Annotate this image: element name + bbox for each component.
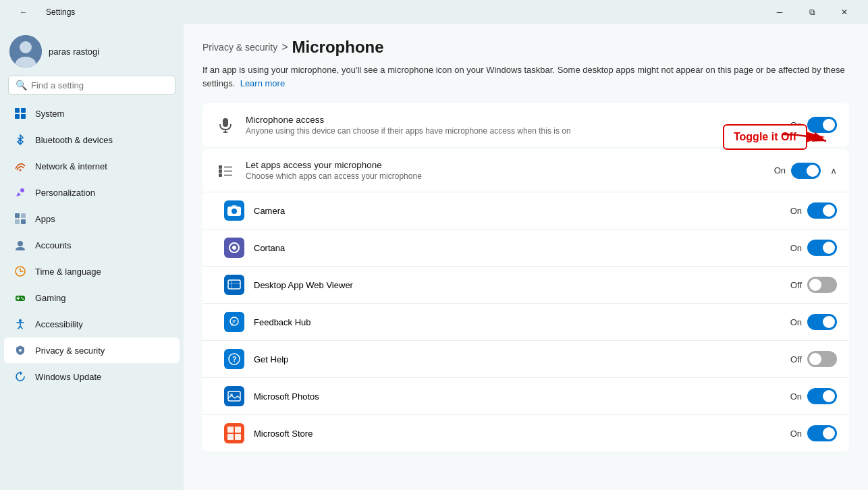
- svg-rect-12: [21, 219, 26, 224]
- app-status: Off: [790, 280, 802, 290]
- time-icon: [13, 265, 27, 278]
- search-input[interactable]: [31, 80, 168, 90]
- sidebar-item-network[interactable]: Network & internet: [4, 153, 180, 179]
- app-toggle[interactable]: [807, 388, 837, 404]
- app-toggle[interactable]: [807, 351, 837, 367]
- gaming-icon: [13, 291, 27, 304]
- app-control: On: [790, 240, 837, 256]
- sidebar-item-bluetooth[interactable]: Bluetooth & devices: [4, 127, 180, 153]
- app-icon: [224, 386, 244, 406]
- sidebar-item-system[interactable]: System: [4, 101, 180, 126]
- svg-point-17: [22, 298, 24, 300]
- app-row: Desktop App Web ViewerOff: [202, 267, 849, 304]
- network-icon: [13, 159, 27, 173]
- system-icon: [13, 107, 27, 120]
- minimize-button[interactable]: ─: [764, 2, 795, 22]
- let-apps-title: Let apps access your microphone: [246, 160, 774, 170]
- svg-rect-41: [227, 427, 234, 433]
- back-button[interactable]: ←: [8, 2, 39, 22]
- svg-point-16: [21, 297, 22, 298]
- main-content: Privacy & security > Microphone If an ap…: [184, 24, 868, 490]
- accounts-icon: [13, 238, 27, 252]
- svg-point-19: [19, 349, 22, 352]
- search-box[interactable]: 🔍: [8, 76, 175, 94]
- svg-rect-9: [15, 213, 20, 218]
- app-toggle[interactable]: [807, 240, 837, 256]
- app-list: CameraOnCortanaOnDesktop App Web ViewerO…: [202, 192, 849, 452]
- sidebar-item-accounts[interactable]: Accounts: [4, 232, 180, 258]
- app-row: ?Get HelpOff: [202, 341, 849, 378]
- app-name: Cortana: [254, 243, 790, 253]
- app-icon: [224, 423, 244, 443]
- svg-rect-42: [235, 427, 241, 433]
- mic-access-desc: Anyone using this device can choose if t…: [246, 126, 790, 136]
- app-toggle[interactable]: [807, 202, 837, 219]
- title-bar: ← Settings ─ ⧉ ✕: [0, 0, 868, 24]
- privacy-icon: [13, 344, 27, 357]
- sidebar: paras rastogi 🔍 System: [0, 24, 184, 490]
- svg-point-34: [232, 246, 236, 250]
- mic-access-card: Microphone access Anyone using this devi…: [202, 103, 849, 146]
- app-row: Feedback HubOn: [202, 304, 849, 341]
- app-icon: [224, 275, 244, 295]
- app-status: On: [790, 243, 802, 253]
- svg-point-1: [20, 41, 32, 53]
- update-icon: [13, 370, 27, 383]
- breadcrumb-parent[interactable]: Privacy & security: [202, 42, 277, 53]
- svg-point-31: [232, 209, 237, 214]
- app-control: Off: [790, 277, 837, 293]
- svg-rect-5: [15, 114, 20, 119]
- maximize-button[interactable]: ⧉: [796, 2, 828, 22]
- svg-rect-4: [21, 108, 26, 113]
- app-control: On: [790, 425, 837, 441]
- let-apps-toggle[interactable]: [791, 163, 821, 179]
- app-toggle[interactable]: [807, 277, 837, 293]
- svg-rect-44: [235, 434, 241, 440]
- app-toggle[interactable]: [807, 425, 837, 441]
- app-row: CameraOn: [202, 192, 849, 229]
- svg-rect-43: [227, 434, 234, 440]
- app-icon: [224, 238, 244, 258]
- svg-text:?: ?: [232, 355, 237, 363]
- svg-rect-24: [219, 165, 222, 169]
- app-status: Off: [790, 354, 802, 364]
- apps-icon: [13, 212, 27, 225]
- sidebar-item-update[interactable]: Windows Update: [4, 364, 180, 389]
- app-status: On: [790, 206, 802, 216]
- sidebar-item-label: Accessibility: [35, 319, 83, 329]
- sidebar-item-personalization[interactable]: Personalization: [4, 180, 180, 205]
- accessibility-icon: [13, 317, 27, 331]
- sidebar-item-label: Time & language: [35, 267, 101, 277]
- sidebar-item-label: Personalization: [35, 188, 95, 198]
- mic-access-title: Microphone access: [246, 115, 790, 125]
- sidebar-item-label: Accounts: [35, 240, 71, 250]
- svg-rect-25: [219, 169, 222, 173]
- sidebar-item-label: Bluetooth & devices: [35, 135, 113, 145]
- app-control: On: [790, 202, 837, 219]
- app-icon: ?: [224, 349, 244, 369]
- app-status: On: [790, 429, 802, 439]
- mic-icon: [215, 114, 236, 136]
- learn-more-link[interactable]: Learn more: [240, 78, 285, 88]
- app-row: Microsoft StoreOn: [202, 415, 849, 452]
- app-name: Get Help: [254, 354, 790, 364]
- bluetooth-icon: [13, 133, 27, 146]
- user-profile[interactable]: paras rastogi: [0, 24, 184, 76]
- page-description: If an app is using your microphone, you'…: [202, 63, 849, 90]
- collapse-icon[interactable]: ∧: [830, 165, 837, 176]
- sidebar-item-time[interactable]: Time & language: [4, 258, 180, 284]
- apps-list-icon: [215, 160, 236, 182]
- svg-point-36: [230, 317, 238, 325]
- app-name: Feedback Hub: [254, 317, 790, 327]
- svg-point-13: [18, 241, 23, 246]
- sidebar-item-accessibility[interactable]: Accessibility: [4, 311, 180, 337]
- sidebar-item-apps[interactable]: Apps: [4, 206, 180, 232]
- close-button[interactable]: ✕: [829, 2, 860, 22]
- sidebar-item-label: Privacy & security: [35, 346, 105, 356]
- mic-access-toggle[interactable]: [807, 117, 837, 133]
- breadcrumb-current: Microphone: [292, 38, 384, 57]
- app-name: Desktop App Web Viewer: [254, 280, 790, 290]
- sidebar-item-gaming[interactable]: Gaming: [4, 285, 180, 310]
- sidebar-item-privacy[interactable]: Privacy & security: [4, 337, 180, 363]
- app-toggle[interactable]: [807, 314, 837, 330]
